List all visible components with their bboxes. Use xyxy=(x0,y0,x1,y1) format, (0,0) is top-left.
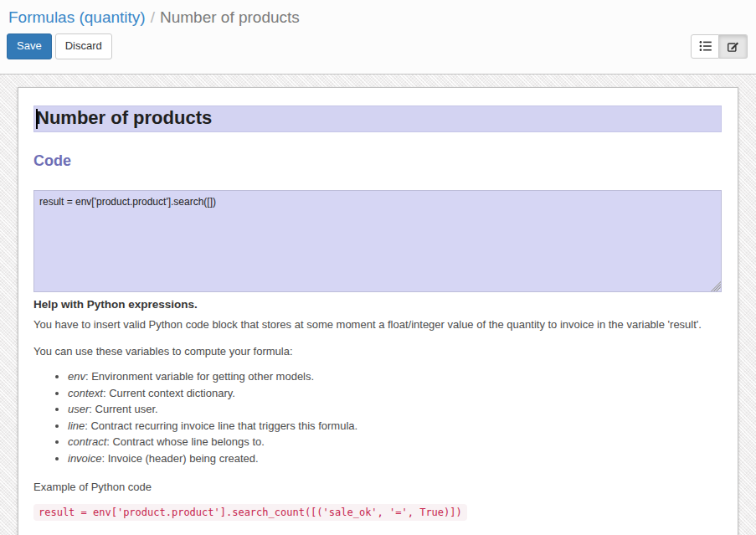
variable-name: invoice xyxy=(68,452,101,465)
variable-description: : Environment variable for getting other… xyxy=(85,370,314,383)
variable-name: line xyxy=(68,419,85,432)
variable-description: : Invoice (header) being created. xyxy=(101,452,258,465)
help-heading: Help with Python expressions. xyxy=(33,298,722,311)
list-item: env: Environment variable for getting ot… xyxy=(68,368,722,385)
form-view-background: Code result = env['product.product'].sea… xyxy=(0,75,756,535)
variable-description: : Current context dictionary. xyxy=(103,387,235,399)
variable-name: env xyxy=(68,370,85,383)
variable-name: user xyxy=(68,403,89,415)
text-caret xyxy=(36,109,38,129)
example-code: result = env['product.product'].search_c… xyxy=(33,504,467,521)
breadcrumb: Formulas (quantity)/Number of products xyxy=(7,5,749,33)
breadcrumb-parent-link[interactable]: Formulas (quantity) xyxy=(8,8,146,26)
variable-description: : Current user. xyxy=(89,403,157,415)
form-view-button[interactable] xyxy=(719,34,748,59)
list-item: line: Contract recurring invoice line th… xyxy=(68,418,722,435)
form-edit-icon xyxy=(727,40,739,53)
form-sheet: Code result = env['product.product'].sea… xyxy=(18,87,738,535)
view-switcher xyxy=(691,34,748,59)
list-view-button[interactable] xyxy=(691,34,719,59)
control-panel: Formulas (quantity)/Number of products S… xyxy=(0,0,756,75)
code-field-wrap: result = env['product.product'].search([… xyxy=(33,190,722,292)
variables-list: env: Environment variable for getting ot… xyxy=(33,368,722,466)
variable-description: : Contract recurring invoice line that t… xyxy=(85,419,357,432)
list-view-icon xyxy=(699,40,712,52)
variable-description: : Contract whose line belongs to. xyxy=(106,435,265,448)
list-item: context: Current context dictionary. xyxy=(68,385,722,402)
record-name-input[interactable] xyxy=(33,105,722,132)
list-item: invoice: Invoice (header) being created. xyxy=(68,450,722,467)
code-section-title: Code xyxy=(33,152,722,170)
save-button[interactable]: Save xyxy=(7,33,52,59)
list-item: contract: Contract whose line belongs to… xyxy=(68,434,722,450)
breadcrumb-separator: / xyxy=(146,8,160,26)
help-block: Help with Python expressions. You have t… xyxy=(33,298,722,521)
code-textarea[interactable]: result = env['product.product'].search([… xyxy=(33,190,722,292)
variable-name: context xyxy=(68,387,103,399)
variable-name: contract xyxy=(68,435,106,448)
button-bar: Save Discard xyxy=(7,33,749,59)
breadcrumb-current: Number of products xyxy=(160,8,300,26)
example-label: Example of Python code xyxy=(33,481,722,493)
help-variables-intro: You can use these variables to compute y… xyxy=(33,345,722,358)
list-item: user: Current user. xyxy=(68,401,722,418)
discard-button[interactable]: Discard xyxy=(55,33,112,59)
record-title-field-wrap xyxy=(33,105,722,132)
help-intro: You have to insert valid Python code blo… xyxy=(33,317,722,332)
